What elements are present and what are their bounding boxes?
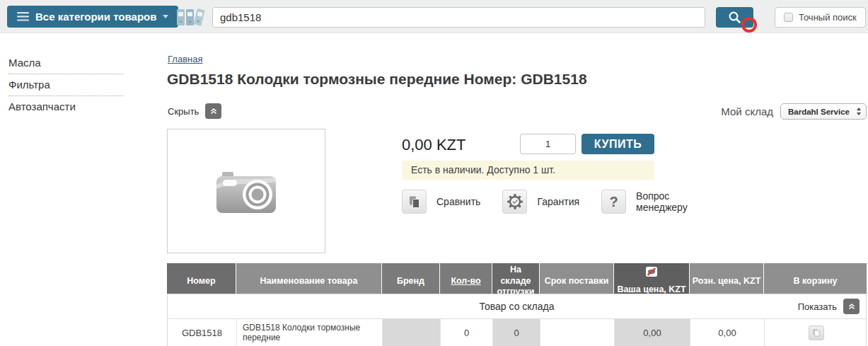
question-mark-icon: ?: [609, 194, 618, 210]
hide-section-label[interactable]: Скрыть: [168, 106, 199, 117]
chevron-double-up-icon: [847, 302, 856, 311]
ask-manager-label[interactable]: Вопрос менеджеру: [636, 190, 698, 213]
results-table-body: Товар со склада Показать GDB1518 GDB1518…: [167, 294, 867, 346]
compare-copy-icon: [408, 195, 421, 209]
compare-label[interactable]: Сравнить: [436, 196, 480, 207]
show-group-label[interactable]: Показать: [798, 301, 837, 312]
sidebar-item-autoparts[interactable]: Автозапчасти: [8, 96, 123, 117]
warehouse-selected-value: Bardahl Service: [788, 108, 850, 116]
sidebar-item-filters[interactable]: Фильтра: [8, 74, 123, 96]
all-categories-button[interactable]: Все категории товаров: [7, 6, 178, 28]
warranty-label[interactable]: Гарантия: [537, 196, 579, 207]
breadcrumb-home-link[interactable]: Главная: [168, 54, 202, 64]
buy-button[interactable]: КУПИТЬ: [581, 134, 654, 154]
page-title: GDB1518 Колодки тормозные передние Номер…: [167, 71, 587, 88]
hamburger-icon: [17, 12, 29, 21]
camera-icon: [214, 168, 279, 214]
stock-group-row: Товар со склада Показать: [168, 294, 866, 319]
cell-number: GDB1518: [168, 319, 237, 346]
my-warehouse-label: Мой склад: [721, 105, 773, 117]
product-price: 0,00 KZT: [402, 136, 465, 154]
all-categories-label: Все категории товаров: [35, 11, 156, 23]
add-to-cart-button[interactable]: [809, 325, 824, 340]
availability-banner: Есть в наличии. Доступно 1 шт.: [402, 161, 654, 180]
stock-group-label: Товар со склада: [479, 301, 554, 312]
collapse-button[interactable]: [205, 103, 221, 119]
warranty-button[interactable]: [502, 190, 527, 214]
cell-delivery: [540, 319, 615, 346]
hide-price-eye-slash-icon[interactable]: [646, 267, 657, 277]
sidebar-item-oils[interactable]: Масла: [8, 52, 123, 74]
select-stepper-icon: [856, 107, 862, 116]
cell-brand: [383, 319, 441, 346]
warehouse-select[interactable]: Bardahl Service: [780, 103, 867, 120]
cell-retail-price: 0,00: [690, 319, 765, 346]
cell-your-price: 0,00: [615, 319, 690, 346]
quantity-input[interactable]: [520, 134, 576, 154]
cell-stock: 0: [493, 319, 540, 346]
copy-page-icon: [812, 328, 820, 337]
table-row: GDB1518 GDB1518 Колодки тормозные передн…: [168, 319, 866, 346]
results-table-header: Номер Наименование товара Бренд Кол-во Н…: [167, 263, 867, 293]
toolbar: Скрыть Мой склад Bardahl Service: [168, 103, 867, 120]
warranty-gear-icon: [507, 193, 523, 210]
compare-button[interactable]: [402, 190, 427, 214]
cell-name: GDB1518 Колодки тормозные передние: [237, 319, 383, 346]
product-image-placeholder: [167, 129, 325, 253]
product-actions: Сравнить Гарантия ? Вопрос менеджеру: [402, 190, 698, 214]
cell-qty: 0: [441, 319, 493, 346]
ask-manager-button[interactable]: ?: [601, 190, 626, 214]
category-sidebar: Масла Фильтра Автозапчасти: [8, 52, 123, 117]
main-content: Главная GDB1518 Колодки тормозные передн…: [167, 0, 867, 346]
group-collapse-button[interactable]: [843, 299, 860, 314]
chevron-double-up-icon: [209, 107, 218, 115]
